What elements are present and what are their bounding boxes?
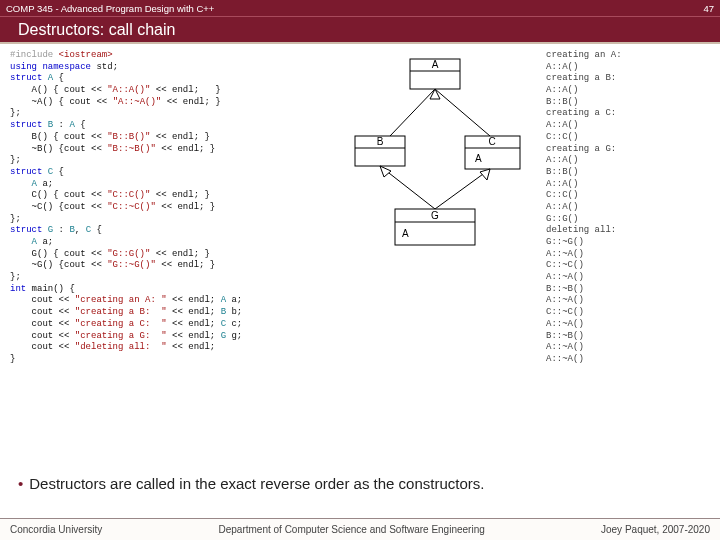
slide-title-bar: Destructors: call chain	[0, 16, 720, 42]
uml-svg: A B C A G A	[340, 54, 540, 274]
c-ctor-str: "C::C()"	[107, 190, 150, 200]
uml-diagram: A B C A G A	[340, 50, 540, 480]
slide-title: Destructors: call chain	[18, 21, 175, 39]
program-output: creating an A: A::A() creating a B: A::A…	[540, 50, 714, 480]
uml-label-a: A	[432, 59, 439, 70]
type-g: G	[42, 225, 53, 235]
uml-label-b: B	[377, 136, 384, 147]
main-l1b: << endl;	[167, 295, 221, 305]
a-ctor-end: << endl; }	[150, 85, 220, 95]
main-l1s: "creating an A: "	[75, 295, 167, 305]
g-dtor-str: "G::~G()"	[107, 260, 156, 270]
kw-int: int	[10, 284, 26, 294]
g-dtor-end: << endl; }	[156, 260, 215, 270]
c-dtor: ~C() {cout <<	[10, 202, 107, 212]
g-ctor-end: << endl; }	[150, 249, 209, 259]
svg-marker-12	[480, 169, 490, 180]
svg-line-11	[435, 169, 490, 209]
svg-marker-3	[430, 89, 440, 99]
c-dtor-str: "C::~C()"	[107, 202, 156, 212]
b-colon: :	[53, 120, 69, 130]
c-member: A a;	[10, 179, 53, 189]
g-colon: :	[53, 225, 69, 235]
kw-struct-b: struct	[10, 120, 42, 130]
c-ctor: C() { cout <<	[10, 190, 107, 200]
g-member: A a;	[10, 237, 53, 247]
main-l4a: cout <<	[10, 331, 75, 341]
footer-left: Concordia University	[10, 524, 102, 535]
main-l3b: << endl;	[167, 319, 221, 329]
main-l3a: cout <<	[10, 319, 75, 329]
main-l1a: cout <<	[10, 295, 75, 305]
svg-line-2	[390, 89, 435, 136]
kw-struct-c: struct	[10, 167, 42, 177]
code-block: #include <iostream> using namespace std;…	[10, 50, 340, 480]
c-dtor-end: << endl; }	[156, 202, 215, 212]
close-g: };	[10, 272, 21, 282]
page-number: 47	[703, 3, 714, 14]
b-ctor-str: "B::B()"	[107, 132, 150, 142]
bullet-icon: •	[18, 475, 23, 492]
main-sig: main() {	[26, 284, 75, 294]
type-b: B	[42, 120, 53, 130]
main-l2b: << endl;	[167, 307, 221, 317]
footer: Concordia University Department of Compu…	[0, 518, 720, 540]
pp-include: #include	[10, 50, 53, 60]
main-l2c: b;	[226, 307, 242, 317]
b-dtor-str: "B::~B()"	[107, 144, 156, 154]
type-c: C	[42, 167, 53, 177]
main-l1c: a;	[226, 295, 242, 305]
a-dtor: ~A() { cout <<	[10, 97, 113, 107]
close-b: };	[10, 155, 21, 165]
main-close: }	[10, 354, 15, 364]
c-ctor-end: << endl; }	[150, 190, 209, 200]
a-ctor-str: "A::A()"	[107, 85, 150, 95]
brace-c: {	[53, 167, 64, 177]
main-l2s: "creating a B: "	[75, 307, 167, 317]
close-c: };	[10, 214, 21, 224]
kw-using: using	[10, 62, 37, 72]
footer-right: Joey Paquet, 2007-2020	[601, 524, 710, 535]
uml-member-c: A	[475, 153, 482, 164]
brace-g: {	[91, 225, 102, 235]
b-ctor-end: << endl; }	[150, 132, 209, 142]
main-l5a: cout <<	[10, 342, 75, 352]
header-top: COMP 345 - Advanced Program Design with …	[0, 0, 720, 16]
brace-a: {	[53, 73, 64, 83]
uml-member-g: A	[402, 228, 409, 239]
main-l2a: cout <<	[10, 307, 75, 317]
main-l3c: c;	[226, 319, 242, 329]
close-a: };	[10, 108, 21, 118]
g-ctor-str: "G::G()"	[107, 249, 150, 259]
pp-header: <iostream>	[53, 50, 112, 60]
main-l4s: "creating a G: "	[75, 331, 167, 341]
uml-label-c: C	[488, 136, 495, 147]
g-comma: ,	[75, 225, 86, 235]
main-l4b: << endl;	[167, 331, 221, 341]
a-ctor: A() { cout <<	[10, 85, 107, 95]
a-dtor-end: << endl; }	[161, 97, 220, 107]
kw-struct-a: struct	[10, 73, 42, 83]
g-ctor: G() { cout <<	[10, 249, 107, 259]
brace-b: {	[75, 120, 86, 130]
footer-center: Department of Computer Science and Softw…	[219, 524, 485, 535]
svg-line-4	[435, 89, 490, 136]
main-l3s: "creating a C: "	[75, 319, 167, 329]
kw-struct-g: struct	[10, 225, 42, 235]
a-dtor-str: "A::~A()"	[113, 97, 162, 107]
bullet-text: Destructors are called in the exact reve…	[29, 475, 484, 492]
b-ctor: B() { cout <<	[10, 132, 107, 142]
main-l5s: "deleting all: "	[75, 342, 167, 352]
uml-label-g: G	[431, 210, 439, 221]
b-dtor: ~B() {cout <<	[10, 144, 107, 154]
main-l5b: << endl;	[167, 342, 216, 352]
course-label: COMP 345 - Advanced Program Design with …	[6, 3, 214, 14]
g-dtor: ~G() {cout <<	[10, 260, 107, 270]
content-area: #include <iostream> using namespace std;…	[0, 44, 720, 480]
ns-std: std;	[91, 62, 118, 72]
type-a: A	[42, 73, 53, 83]
svg-marker-10	[380, 166, 391, 177]
bullet-point: •Destructors are called in the exact rev…	[0, 475, 720, 492]
kw-namespace: namespace	[37, 62, 91, 72]
main-l4c: g;	[226, 331, 242, 341]
